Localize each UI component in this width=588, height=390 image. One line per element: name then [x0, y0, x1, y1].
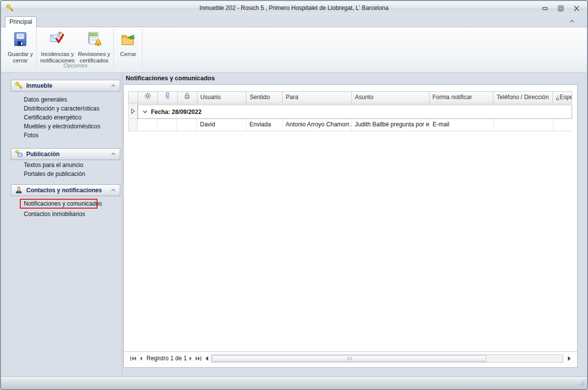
cell-telefono-direccion: [494, 119, 553, 131]
horizontal-scrollbar-track[interactable]: [211, 354, 563, 363]
grid-header-indicator: [129, 92, 138, 103]
sidebar-item-fotos[interactable]: Fotos: [24, 131, 119, 140]
sidebar-item-datos-generales[interactable]: Datos generales: [24, 95, 119, 104]
close-button[interactable]: [572, 4, 581, 12]
section-title: Inmueble: [26, 82, 52, 89]
save-icon: [12, 31, 29, 49]
record-navigator: Registro 1 de 1: [124, 351, 577, 366]
cell-lock: [177, 119, 197, 131]
row-indicator-cell: [128, 105, 138, 119]
close-form-button[interactable]: Cerrar: [115, 29, 141, 68]
scroll-left-button[interactable]: [205, 356, 209, 361]
sidebar-item-portales[interactable]: Portales de publicación: [24, 169, 119, 178]
flash-icon: [144, 92, 151, 103]
sidebar-item-contactos-inmobiliarios[interactable]: Contactos inmobiliarios: [24, 210, 119, 219]
notifications-panel: Usuario Sentido Para Asunto Forma notifi…: [123, 84, 578, 368]
grid-header-flash[interactable]: [138, 92, 158, 103]
cell-espera: [553, 119, 572, 131]
grid-header-telefono-direccion[interactable]: Teléfono / Dirección: [493, 92, 553, 103]
next-record-button[interactable]: [189, 356, 193, 361]
lock-icon: [184, 92, 191, 103]
notebook-bell-icon: [86, 31, 102, 49]
sidebar-section-publicacion[interactable]: Publicación: [11, 148, 120, 160]
resize-grip-icon[interactable]: [579, 380, 585, 388]
chevron-down-icon[interactable]: [143, 109, 147, 115]
record-count-label: Registro 1 de 1: [147, 352, 187, 365]
sidebar-section-inmueble[interactable]: Inmueble: [11, 80, 120, 92]
cell-sentido: Enviada: [246, 119, 283, 131]
chevron-up-icon[interactable]: [110, 152, 116, 157]
scroll-right-button[interactable]: [567, 356, 571, 361]
grid-header-sentido[interactable]: Sentido: [246, 92, 283, 103]
tab-principal[interactable]: Principal: [5, 16, 37, 28]
app-window: Inmueble 202 - Rosich 5 , Primero Hospit…: [0, 0, 588, 390]
save-close-button[interactable]: Guardar y cerrar: [5, 29, 36, 68]
row-indicator-cell: [128, 119, 138, 131]
envelope-check-icon: [49, 31, 66, 49]
cell-attachment: [157, 119, 177, 131]
first-record-button[interactable]: [130, 356, 137, 361]
group-row-label: Fecha: 28/09/2022: [151, 109, 201, 115]
page-title: Notificaciones y comunicados: [126, 75, 215, 82]
highlight-box: Notificaciones y comunicados: [20, 199, 98, 209]
grid-header-para[interactable]: Para: [283, 92, 352, 103]
cell-para: Antonio Arroyo Chamorr...: [283, 119, 352, 131]
sidebar-item-distribucion[interactable]: Distribución y características: [24, 104, 119, 113]
section-title: Contactos y notificaciones: [26, 187, 102, 194]
chevron-up-icon[interactable]: [110, 188, 116, 193]
row-indicator-arrow-icon: [131, 109, 135, 115]
key-globe-icon: [15, 150, 23, 159]
cell-forma-notificar: E-mail: [430, 119, 494, 131]
grid-header-attachment[interactable]: [158, 92, 178, 103]
last-record-button[interactable]: [195, 356, 202, 361]
folder-arrow-icon: [120, 31, 137, 49]
collapse-ribbon-button[interactable]: [568, 18, 576, 25]
previous-record-button[interactable]: [139, 356, 143, 361]
cell-asunto: Judith Ballbé pregunta por el...: [352, 119, 430, 131]
grid-header-espera[interactable]: ¿Espera: [553, 92, 572, 103]
chevron-up-icon[interactable]: [110, 83, 116, 88]
save-close-label: Guardar y cerrar: [5, 51, 36, 64]
attachment-icon: [164, 92, 171, 103]
status-bar: [1, 376, 587, 389]
grid-header-forma-notificar[interactable]: Forma notificar: [430, 92, 494, 103]
restore-button[interactable]: [556, 4, 565, 12]
sidebar-item-certificado[interactable]: Certificado energético: [24, 113, 119, 122]
sidebar-item-muebles[interactable]: Muebles y electrodomésticos: [24, 122, 119, 131]
grid-header-usuario[interactable]: Usuario: [197, 92, 247, 103]
key-icon: [15, 81, 23, 91]
grid-header-asunto[interactable]: Asunto: [352, 92, 430, 103]
horizontal-scrollbar-thumb[interactable]: [212, 355, 487, 362]
grid-header-lock[interactable]: [178, 92, 197, 103]
group-row-fecha[interactable]: Fecha: 28/09/2022: [138, 105, 572, 119]
sidebar-divider: [122, 74, 122, 376]
ribbon-group-label: Opciones: [39, 62, 112, 68]
window-title: Inmueble 202 - Rosich 5 , Primero Hospit…: [1, 1, 587, 15]
table-row[interactable]: David Enviada Antonio Arroyo Chamorr... …: [138, 119, 572, 131]
grid-header-row: Usuario Sentido Para Asunto Forma notifi…: [128, 91, 572, 104]
cell-usuario: David: [197, 119, 246, 131]
sidebar-item-notificaciones[interactable]: Notificaciones y comunicados: [24, 199, 102, 208]
title-bar: Inmueble 202 - Rosich 5 , Primero Hospit…: [1, 1, 587, 15]
cell-flash: [138, 119, 157, 131]
ribbon: Guardar y cerrar Incidencias y notificac…: [1, 27, 587, 73]
section-title: Publicación: [26, 151, 59, 158]
minimize-button[interactable]: [540, 4, 549, 12]
sidebar-section-contactos[interactable]: Contactos y notificaciones: [11, 184, 120, 196]
sidebar-item-textos-anuncio[interactable]: Textos para el anuncio: [24, 161, 119, 169]
close-form-label: Cerrar: [120, 51, 137, 57]
contact-icon: [15, 186, 23, 195]
